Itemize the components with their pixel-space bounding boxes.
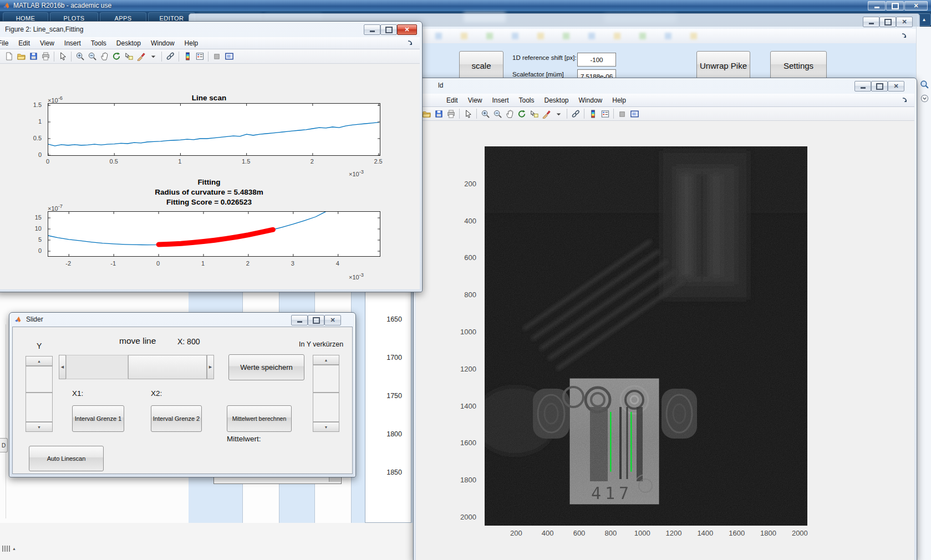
restore-button[interactable] (380, 24, 397, 35)
y-slider-left[interactable]: ▲ ▼ (26, 356, 53, 432)
dropdown-arrow-icon[interactable] (552, 108, 564, 119)
menu-item[interactable]: Window (574, 96, 608, 104)
pointer-icon[interactable] (462, 108, 474, 119)
plot-tools-show-icon[interactable] (628, 108, 640, 119)
pointer-icon[interactable] (57, 51, 69, 62)
menu-item[interactable]: Desktop (540, 96, 574, 104)
insert-legend-icon[interactable] (599, 108, 611, 119)
slider-down-button[interactable]: ▼ (313, 422, 339, 432)
menu-item[interactable]: Insert (59, 39, 86, 47)
minimize-button[interactable] (863, 17, 879, 27)
interval-limit2-button[interactable]: Interval Grenze 2 (151, 405, 202, 432)
menu-item[interactable]: Insert (487, 96, 513, 104)
ref-shift-field[interactable]: -100 (577, 53, 616, 67)
right-edge-strip (916, 27, 931, 560)
slider-track[interactable] (313, 393, 339, 422)
slider-up-button[interactable]: ▲ (313, 355, 339, 365)
calc-mean-button[interactable]: Mittelwert berechnen (227, 405, 292, 432)
pan-hand-icon[interactable] (98, 51, 110, 62)
dock-arrow-icon[interactable] (407, 40, 413, 46)
settings-button[interactable]: Settings (770, 51, 827, 80)
insert-colorbar-icon[interactable] (181, 51, 194, 62)
slider-thumb[interactable] (128, 355, 207, 379)
save-values-button[interactable]: Werte speichern (228, 354, 304, 380)
slider-track[interactable] (66, 355, 128, 379)
rotate-3d-icon[interactable] (516, 108, 528, 119)
dropdown-arrow-icon[interactable] (147, 51, 159, 62)
menu-item[interactable]: View (35, 39, 59, 47)
menu-item[interactable]: Tools (514, 96, 540, 104)
restore-button[interactable] (879, 17, 896, 27)
slider-left-button[interactable]: ◀ (59, 355, 66, 379)
minimize-button[interactable] (364, 24, 380, 35)
interval-limit1-button[interactable]: Interval Grenze 1 (72, 405, 124, 432)
minimize-button[interactable] (868, 1, 886, 11)
zoom-out-icon[interactable] (86, 51, 98, 62)
open-file-icon[interactable] (15, 51, 27, 62)
pan-hand-icon[interactable] (503, 108, 516, 119)
insert-legend-icon[interactable] (194, 51, 206, 62)
rotate-3d-icon[interactable] (110, 51, 123, 62)
slider-right-button[interactable]: ▶ (207, 355, 214, 379)
close-button[interactable]: ✕ (324, 315, 341, 325)
close-button[interactable]: ✕ (904, 1, 928, 11)
data-cursor-icon[interactable] (528, 108, 540, 119)
menu-item[interactable]: Desktop (111, 39, 146, 47)
search-icon[interactable] (920, 80, 929, 89)
save-figure-icon[interactable] (27, 51, 39, 62)
data-cursor-icon[interactable] (123, 51, 135, 62)
link-plots-icon[interactable] (164, 51, 176, 62)
slider-thumb[interactable] (313, 365, 339, 393)
close-button[interactable]: ✕ (896, 17, 913, 27)
new-figure-icon[interactable] (3, 51, 15, 62)
link-plots-icon[interactable] (569, 108, 582, 119)
menu-item[interactable]: Window (146, 39, 180, 47)
fitting-plot[interactable]: Fitting Radius of curvature = 5.4838m Fi… (0, 64, 420, 289)
minimize-button[interactable] (854, 81, 871, 91)
value-listbox[interactable]: 16501700175018001850 (365, 288, 411, 523)
slider-up-button[interactable]: ▲ (26, 356, 53, 366)
slider-track[interactable] (26, 393, 53, 422)
circled-chevron-down-icon[interactable] (920, 94, 929, 103)
zoom-in-icon[interactable] (479, 108, 491, 119)
statusbar-grip[interactable]: ▲ (2, 545, 16, 552)
slider-thumb[interactable] (26, 366, 53, 393)
zoom-in-icon[interactable] (74, 51, 86, 62)
brush-data-icon[interactable] (135, 51, 147, 62)
move-line-slider[interactable]: ◀ ▶ (59, 355, 215, 379)
print-figure-icon[interactable] (445, 108, 457, 119)
print-figure-icon[interactable] (39, 51, 52, 62)
menu-item[interactable]: Tools (86, 39, 111, 47)
save-figure-icon[interactable] (433, 108, 445, 119)
brush-data-icon[interactable] (540, 108, 552, 119)
insert-colorbar-icon[interactable] (587, 108, 599, 119)
zoom-out-icon[interactable] (491, 108, 503, 119)
menu-item[interactable]: Help (607, 96, 631, 104)
plot-tools-hide-icon[interactable] (211, 51, 223, 62)
figure-right-canvas: 200400600800100012001400160018002000 (416, 121, 914, 560)
phase-image[interactable]: 417 (485, 146, 807, 526)
unwrap-pike-button[interactable]: Unwrap Pike (696, 51, 750, 80)
restore-button[interactable] (871, 81, 888, 91)
scale-button[interactable]: scale (459, 51, 503, 80)
close-button[interactable]: ✕ (888, 81, 904, 91)
docked-panel-tab[interactable]: D (0, 438, 8, 452)
dock-arrow-icon[interactable] (902, 97, 908, 103)
plot-tools-hide-icon[interactable] (616, 108, 628, 119)
dock-arrow-icon[interactable] (901, 33, 907, 39)
menu-item[interactable]: Edit (441, 96, 463, 104)
restore-button[interactable] (308, 315, 324, 325)
y-tick-label: 400 (464, 216, 476, 225)
minimize-button[interactable] (291, 315, 308, 325)
image-y-ticks: 200400600800100012001400160018002000 (451, 146, 480, 526)
menu-item[interactable]: View (463, 96, 487, 104)
menu-item[interactable]: Edit (13, 39, 35, 47)
restore-button[interactable] (886, 1, 904, 11)
y-slider-right[interactable]: ▲ ▼ (313, 355, 339, 432)
menu-item[interactable]: Help (180, 39, 204, 47)
slider-down-button[interactable]: ▼ (26, 422, 53, 432)
plot-tools-show-icon[interactable] (223, 51, 235, 62)
menu-item[interactable]: File (0, 39, 13, 47)
close-button[interactable]: ✕ (397, 24, 417, 35)
auto-linescan-button[interactable]: Auto Linescan (29, 446, 104, 471)
